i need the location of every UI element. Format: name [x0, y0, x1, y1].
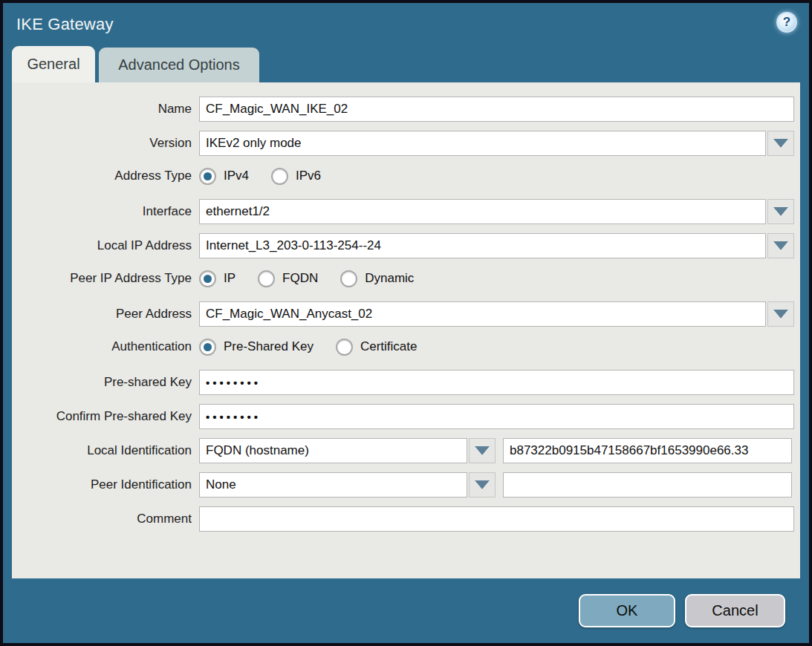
confirm-preshared-key-row: Confirm Pre-shared Key [12, 404, 800, 429]
interface-value[interactable]: ethernet1/2 [199, 199, 766, 224]
radio-dot [204, 172, 212, 180]
chevron-down-icon [475, 480, 490, 489]
local-ip-dropdown[interactable]: Internet_L3_203-0-113-254--24 [199, 233, 794, 258]
radio-circle [258, 270, 275, 287]
general-tab-panel: Name Version IKEv2 only mode Address Typ… [12, 82, 800, 578]
radio-ipv4-label: IPv4 [224, 169, 249, 183]
name-label: Name [12, 102, 199, 117]
confirm-preshared-key-input[interactable] [199, 404, 794, 429]
radio-circle [340, 270, 357, 287]
radio-fqdn-label: FQDN [282, 271, 318, 286]
peer-identification-type-value[interactable]: None [199, 472, 467, 497]
radio-ip-label: IP [224, 271, 236, 286]
chevron-down-icon [773, 241, 788, 250]
address-type-radio-group: IPv4 IPv6 [199, 168, 343, 185]
version-dropdown-button[interactable] [767, 131, 794, 156]
address-type-row: Address Type IPv4 IPv6 [12, 165, 800, 187]
interface-dropdown-button[interactable] [767, 199, 794, 224]
local-identification-dropdown-button[interactable] [469, 438, 496, 463]
peer-address-label: Peer Address [12, 307, 199, 322]
ike-gateway-dialog: IKE Gateway ? General Advanced Options N… [0, 0, 812, 646]
radio-circle [199, 168, 216, 185]
radio-certificate-label: Certificate [360, 339, 418, 354]
local-ip-value[interactable]: Internet_L3_203-0-113-254--24 [199, 233, 766, 258]
tab-advanced-options[interactable]: Advanced Options [99, 48, 259, 82]
radio-circle [336, 339, 353, 356]
radio-dot [204, 275, 212, 283]
authentication-row: Authentication Pre-Shared Key Certificat… [12, 336, 800, 358]
dialog-title: IKE Gateway [16, 15, 114, 34]
peer-address-value[interactable]: CF_Magic_WAN_Anycast_02 [199, 301, 766, 327]
local-identification-label: Local Identification [12, 443, 199, 458]
local-identification-type-value[interactable]: FQDN (hostname) [199, 438, 467, 463]
radio-ip[interactable]: IP [199, 270, 236, 287]
peer-ip-type-radio-group: IP FQDN Dynamic [199, 270, 436, 287]
chevron-down-icon [773, 139, 788, 148]
local-identification-value-input[interactable] [503, 438, 792, 463]
comment-row: Comment [12, 506, 800, 532]
version-value[interactable]: IKEv2 only mode [199, 131, 766, 156]
name-input[interactable] [199, 97, 794, 122]
chevron-down-icon [773, 207, 788, 216]
peer-ip-type-label: Peer IP Address Type [12, 271, 199, 286]
tab-general[interactable]: General [12, 46, 95, 82]
comment-input[interactable] [199, 506, 794, 532]
chevron-down-icon [475, 446, 490, 455]
peer-identification-label: Peer Identification [12, 477, 199, 492]
authentication-radio-group: Pre-Shared Key Certificate [199, 339, 439, 356]
local-identification-row: Local Identification FQDN (hostname) [12, 438, 800, 463]
confirm-preshared-key-label: Confirm Pre-shared Key [12, 409, 199, 424]
radio-circle [199, 339, 216, 356]
version-label: Version [12, 136, 199, 151]
comment-label: Comment [12, 512, 199, 526]
peer-identification-type-dropdown[interactable]: None [199, 472, 496, 497]
help-icon[interactable]: ? [776, 12, 797, 33]
authentication-label: Authentication [12, 339, 199, 354]
radio-fqdn[interactable]: FQDN [258, 270, 318, 287]
interface-dropdown[interactable]: ethernet1/2 [199, 199, 794, 224]
cancel-button[interactable]: Cancel [685, 594, 785, 627]
interface-row: Interface ethernet1/2 [12, 199, 800, 224]
radio-pre-shared-key[interactable]: Pre-Shared Key [199, 339, 314, 356]
ok-button[interactable]: OK [579, 594, 675, 627]
radio-dynamic-label: Dynamic [365, 271, 414, 286]
radio-circle [271, 168, 288, 185]
dialog-titlebar: IKE Gateway ? [3, 3, 809, 46]
interface-label: Interface [12, 204, 199, 219]
peer-identification-row: Peer Identification None [12, 472, 800, 497]
peer-identification-value-input[interactable] [503, 472, 792, 497]
local-ip-row: Local IP Address Internet_L3_203-0-113-2… [12, 233, 800, 258]
peer-address-dropdown[interactable]: CF_Magic_WAN_Anycast_02 [199, 301, 794, 327]
local-identification-type-dropdown[interactable]: FQDN (hostname) [199, 438, 496, 463]
address-type-label: Address Type [12, 169, 199, 183]
dialog-footer: OK Cancel [3, 578, 809, 643]
local-ip-dropdown-button[interactable] [767, 233, 794, 258]
tab-bar: General Advanced Options [3, 46, 809, 82]
chevron-down-icon [773, 310, 788, 319]
radio-ipv6-label: IPv6 [296, 169, 321, 183]
radio-ipv4[interactable]: IPv4 [199, 168, 249, 185]
version-dropdown[interactable]: IKEv2 only mode [199, 131, 794, 156]
local-ip-label: Local IP Address [12, 238, 199, 253]
name-row: Name [12, 97, 800, 122]
preshared-key-input[interactable] [199, 370, 794, 395]
radio-dot [204, 343, 212, 351]
peer-address-row: Peer Address CF_Magic_WAN_Anycast_02 [12, 301, 800, 327]
preshared-key-label: Pre-shared Key [12, 375, 199, 390]
peer-address-dropdown-button[interactable] [767, 301, 794, 327]
peer-identification-dropdown-button[interactable] [469, 472, 496, 497]
preshared-key-row: Pre-shared Key [12, 370, 800, 395]
radio-ipv6[interactable]: IPv6 [271, 168, 321, 185]
peer-ip-type-row: Peer IP Address Type IP FQDN Dynamic [12, 267, 800, 290]
radio-dynamic[interactable]: Dynamic [340, 270, 414, 287]
radio-psk-label: Pre-Shared Key [224, 339, 314, 354]
radio-certificate[interactable]: Certificate [336, 339, 418, 356]
radio-circle [199, 270, 216, 287]
version-row: Version IKEv2 only mode [12, 131, 800, 156]
